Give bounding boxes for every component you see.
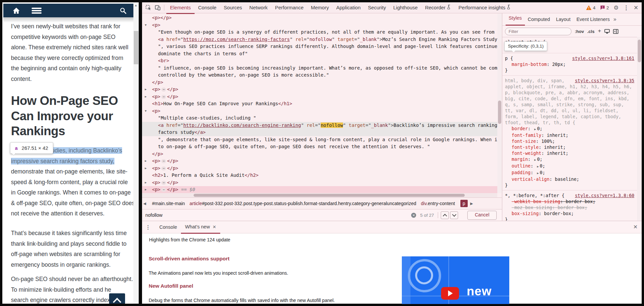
expand-arrow-icon[interactable]: ▶ <box>143 93 148 101</box>
css-property[interactable]: font-size: 100%; <box>505 138 634 144</box>
more-options-icon[interactable]: ⋮ <box>623 5 629 11</box>
clear-search-icon[interactable]: ✕ <box>411 213 416 218</box>
hover-state-toggle[interactable]: :hov <box>575 29 584 34</box>
inline-expand-button[interactable]: ⋯ <box>161 95 166 99</box>
elements-scrollbar[interactable] <box>497 13 502 193</box>
tab-performance-insights[interactable]: Performance insights <box>455 2 515 13</box>
breadcrumb-item-article[interactable]: article#post-332.post-332.post.type-post… <box>190 201 416 206</box>
code-line[interactable]: <p></p> <box>142 14 497 22</box>
scroll-to-top-button[interactable] <box>109 293 125 304</box>
css-property[interactable]: vertical-align: baseline; <box>505 176 634 182</box>
page-scrollbar[interactable]: ▲ <box>133 2 139 304</box>
new-style-rule-icon[interactable]: + <box>598 28 601 34</box>
code-line[interactable]: ", demonstrate that on-page elements, li… <box>142 136 497 144</box>
expand-arrow-icon[interactable]: ▶ <box>537 171 539 175</box>
tab-close-icon[interactable]: ✕ <box>213 222 216 232</box>
rendering-icon[interactable] <box>604 29 610 34</box>
attribute-link[interactable]: https://moz.com/search-ranking-factors <box>183 37 290 42</box>
css-rule[interactable]: html, body, div, span,style.css?ver=1.3.… <box>502 76 637 190</box>
code-line[interactable]: <a href="https://moz.com/search-ranking-… <box>142 36 497 43</box>
inline-expand-button[interactable]: ⋯ <box>161 188 166 192</box>
scrollbar-thumb[interactable] <box>498 101 501 124</box>
code-line[interactable]: ▶<p>⋯</p> <box>142 86 497 93</box>
code-line[interactable]: </p> <box>142 79 497 86</box>
inline-expand-button[interactable]: ⋯ <box>161 166 166 170</box>
drawer-close-icon[interactable]: ✕ <box>633 224 638 230</box>
css-property[interactable]: -moz-box-sizing: border-box; <box>505 204 634 210</box>
warnings-badge[interactable]: 4 <box>586 5 595 10</box>
code-line[interactable]: controlled by the webmaster, on-page SEO… <box>142 72 497 79</box>
expand-arrow-icon[interactable]: ▶ <box>143 186 148 193</box>
sidebar-tab-styles[interactable]: Styles <box>506 13 525 26</box>
settings-gear-icon[interactable]: ⚙ <box>614 5 619 11</box>
scrollbar-thumb[interactable] <box>194 194 465 197</box>
css-property[interactable]: font-family: inherit; <box>505 132 634 138</box>
css-source-link[interactable]: style.css?ver=1.3.8:161 <box>572 55 634 61</box>
code-line[interactable]: factors study</a> <box>142 129 497 136</box>
class-toggle[interactable]: .cls <box>587 29 594 34</box>
search-input[interactable]: nofollow <box>142 212 411 218</box>
css-property[interactable]: padding: ▶0; <box>505 169 634 176</box>
code-line[interactable]: ▶<p>⋯</p> <box>142 93 497 101</box>
code-line[interactable]: <h2>1. Perform a Quick Site Audit</h2> <box>142 172 497 179</box>
tab-recorder[interactable]: Recorder <box>421 2 455 13</box>
code-line[interactable]: to on-page & off-page SEO, quite often, … <box>142 143 497 151</box>
css-file-link[interactable]: style.css?ver=1.3.8:161 <box>572 56 634 61</box>
css-property[interactable]: border: ▶0; <box>505 126 634 132</box>
code-line[interactable]: </p> <box>142 151 497 158</box>
inline-expand-button[interactable]: ⋯ <box>161 88 166 92</box>
scrollbar-thumb[interactable] <box>638 40 641 62</box>
dock-sidebar-icon[interactable] <box>613 29 618 34</box>
filter-input[interactable]: Filter <box>505 28 571 35</box>
code-line[interactable]: "Even though on-page SEO is a synergy of… <box>142 29 497 36</box>
inspect-icon[interactable] <box>145 4 152 11</box>
expand-arrow-icon[interactable]: ▶ <box>143 179 148 186</box>
code-line[interactable]: ", various SEO practices influence SERP … <box>142 43 497 50</box>
sidebar-tab-layout[interactable]: Layout <box>553 14 573 25</box>
expand-arrow-icon[interactable]: ▶ <box>143 157 148 165</box>
breadcrumb-item-p[interactable]: p <box>460 200 468 207</box>
sidebar-tab-event-listeners[interactable]: Event Listeners <box>573 14 613 25</box>
sidebar-tab-computed[interactable]: Computed <box>525 14 553 25</box>
code-line[interactable]: ▶<p>⋯</p> <box>142 179 497 186</box>
styles-scrollbar[interactable] <box>637 37 642 221</box>
cancel-button[interactable]: Cancel <box>467 211 497 220</box>
previous-match-button[interactable] <box>441 211 449 219</box>
issues-badge[interactable]: 2 <box>600 5 609 10</box>
tab-sources[interactable]: Sources <box>220 2 246 13</box>
tab-elements[interactable]: Elements <box>166 2 195 14</box>
home-icon[interactable] <box>12 7 20 15</box>
drawer-tab-what-s-new[interactable]: What’s new✕ <box>181 221 220 234</box>
code-line[interactable]: ▶<p>⋯</p> == $0 <box>142 186 497 193</box>
css-source-link[interactable]: style.css?ver=1.3.8:35 <box>575 78 634 84</box>
scrollbar-up-icon[interactable]: ▲ <box>134 4 137 7</box>
elements-horizontal-scrollbar[interactable] <box>142 193 497 197</box>
close-devtools-icon[interactable]: ✕ <box>634 5 638 11</box>
code-line[interactable]: "Multiple case-studies, including " <box>142 115 497 122</box>
expand-arrow-icon[interactable]: ▶ <box>534 128 536 131</box>
code-line[interactable]: ▼<p> <box>142 22 497 29</box>
inline-expand-button[interactable]: ⋯ <box>161 159 166 163</box>
play-button-icon[interactable] <box>441 287 459 300</box>
expand-arrow-icon[interactable]: ▼ <box>143 22 148 29</box>
code-line[interactable]: ▶<p>⋯</p> <box>142 157 497 165</box>
breadcrumb-item-div[interactable]: div.entry-content <box>421 201 455 206</box>
tab-performance[interactable]: Performance <box>271 2 307 13</box>
code-line[interactable]: ▼<p> <box>142 108 497 115</box>
expand-arrow-icon[interactable]: ▶ <box>143 165 148 172</box>
code-line[interactable]: <h1>How On-Page SEO Can Improve your Ran… <box>142 100 497 108</box>
expand-arrow-icon[interactable]: ▶ <box>143 86 148 93</box>
code-line[interactable]: <a href="http://backlinko.com/search-eng… <box>142 122 497 129</box>
expand-arrow-icon[interactable]: ▶ <box>534 158 536 161</box>
code-line[interactable]: dominate the charts in terms of" <box>142 50 497 58</box>
breadcrumb-item[interactable]: #main.site-main <box>152 201 185 206</box>
search-icon[interactable] <box>119 7 127 14</box>
expand-arrow-icon[interactable]: ▼ <box>143 108 148 115</box>
inline-expand-button[interactable]: ⋯ <box>161 181 166 185</box>
css-property[interactable]: box-sizing: border-box; <box>505 210 634 216</box>
tab-network[interactable]: Network <box>246 2 271 13</box>
hamburger-menu-icon[interactable] <box>32 8 42 14</box>
css-property[interactable]: font-style: inherit; <box>505 144 634 150</box>
expand-arrow-icon[interactable]: ▶ <box>537 165 539 168</box>
css-property[interactable]: outline: ▶0; <box>505 163 634 169</box>
